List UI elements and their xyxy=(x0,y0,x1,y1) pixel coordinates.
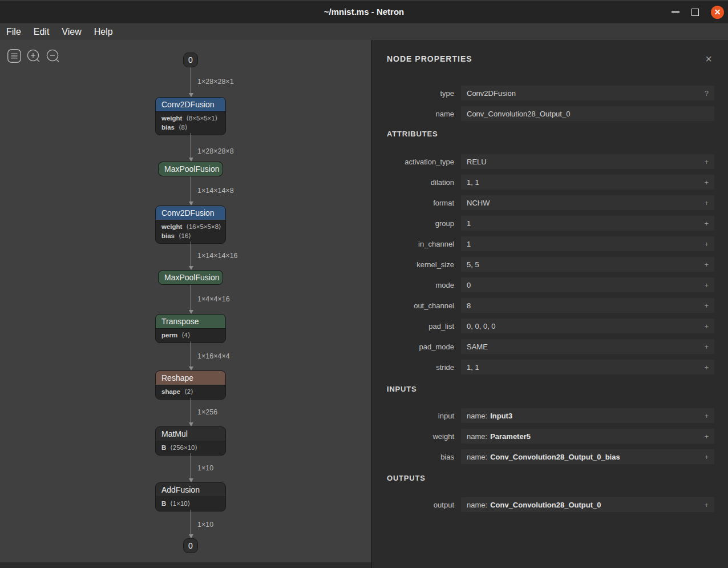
graph-node-matmul[interactable]: MatMul B⟨256×10⟩ xyxy=(155,426,226,456)
input-value-box[interactable]: name:Parameter5 + xyxy=(461,429,714,444)
arrowhead-icon xyxy=(189,158,193,162)
expand-plus-icon[interactable]: + xyxy=(704,178,709,187)
edge xyxy=(190,285,192,314)
expand-plus-icon[interactable]: + xyxy=(704,363,709,372)
zoom-in-icon[interactable] xyxy=(26,49,41,63)
node-body: weight⟨16×5×5×8⟩ bias⟨16⟩ xyxy=(156,220,225,243)
attribute-value-box[interactable]: NCHW + xyxy=(461,195,714,210)
attribute-value-box[interactable]: 8 + xyxy=(461,298,714,313)
arrowhead-icon xyxy=(189,266,193,270)
expand-plus-icon[interactable]: + xyxy=(704,301,709,310)
burger-menu-icon[interactable] xyxy=(7,49,22,63)
node-title: MatMul xyxy=(156,427,225,441)
graph-node-conv2dfusion-1[interactable]: Conv2DFusion weight⟨8×5×5×1⟩ bias⟨8⟩ xyxy=(155,97,226,135)
node-attr-row: weight⟨8×5×5×1⟩ xyxy=(161,114,220,123)
app-window: ~/mnist.ms - Netron ✕ File Edit View Hel… xyxy=(0,0,728,568)
graph-node-maxpoolfusion-2[interactable]: MaxPoolFusion xyxy=(158,270,223,285)
edge-label[interactable]: 1×4×4×16 xyxy=(197,295,230,303)
input-row-input: input name:Input3 + xyxy=(372,408,714,423)
attribute-row-stride: stride 1, 1 + xyxy=(372,360,714,374)
maximize-icon[interactable] xyxy=(691,9,699,16)
attribute-value-box[interactable]: 1, 1 + xyxy=(461,360,714,374)
graph-output-node[interactable]: 0 xyxy=(183,538,198,553)
input-value-box[interactable]: name:Conv_Convolution28_Output_0_bias + xyxy=(461,449,714,464)
expand-plus-icon[interactable]: + xyxy=(704,260,709,269)
node-title: Conv2DFusion xyxy=(156,206,225,220)
close-icon[interactable]: ✕ xyxy=(711,6,724,19)
expand-plus-icon[interactable]: + xyxy=(704,432,709,441)
help-icon[interactable]: ? xyxy=(705,89,709,98)
edge-label[interactable]: 1×256 xyxy=(197,408,217,416)
menu-bar: File Edit View Help xyxy=(0,23,728,40)
graph-toolbar xyxy=(7,49,60,63)
graph-node-addfusion[interactable]: AddFusion B⟨1×10⟩ xyxy=(155,482,226,511)
window-controls: ✕ xyxy=(672,1,724,23)
property-row-type: type Conv2DFusion ? xyxy=(372,86,714,100)
panel-close-icon[interactable]: × xyxy=(705,54,712,64)
attribute-value-box[interactable]: 1 + xyxy=(461,216,714,231)
menu-edit[interactable]: Edit xyxy=(27,27,56,37)
menu-help[interactable]: Help xyxy=(88,27,119,37)
name-value-box[interactable]: Conv_Convolution28_Output_0 xyxy=(461,106,714,121)
attribute-value-box[interactable]: RELU + xyxy=(461,154,714,169)
edge xyxy=(190,133,192,162)
edge-label[interactable]: 1×10 xyxy=(197,464,213,472)
expand-plus-icon[interactable]: + xyxy=(704,501,709,509)
edge-label[interactable]: 1×14×14×16 xyxy=(197,252,238,260)
menu-file[interactable]: File xyxy=(0,27,27,37)
attribute-row-in-channel: in_channel 1 + xyxy=(372,236,714,251)
expand-plus-icon[interactable]: + xyxy=(704,281,709,289)
attribute-value-box[interactable]: 1 + xyxy=(461,236,714,251)
attribute-value-box[interactable]: SAME + xyxy=(461,339,714,354)
outputs-heading: OUTPUTS xyxy=(387,474,728,483)
attribute-value-box[interactable]: 0, 0, 0, 0 + xyxy=(461,319,714,333)
expand-plus-icon[interactable]: + xyxy=(704,240,709,248)
expand-plus-icon[interactable]: + xyxy=(704,343,709,351)
graph-node-conv2dfusion-2[interactable]: Conv2DFusion weight⟨16×5×5×8⟩ bias⟨16⟩ xyxy=(155,206,226,244)
node-properties-panel: NODE PROPERTIES × type Conv2DFusion ? na… xyxy=(372,40,728,568)
zoom-out-icon[interactable] xyxy=(46,49,60,63)
attribute-row-group: group 1 + xyxy=(372,216,714,231)
edge-label[interactable]: 1×10 xyxy=(197,521,213,529)
graph-node-transpose[interactable]: Transpose perm⟨4⟩ xyxy=(155,314,226,343)
panel-header: NODE PROPERTIES × xyxy=(387,54,712,64)
node-title: Reshape xyxy=(156,371,225,385)
window-title: ~/mnist.ms - Netron xyxy=(324,7,404,17)
type-value-box[interactable]: Conv2DFusion ? xyxy=(461,86,714,100)
attribute-row-activation-type: activation_type RELU + xyxy=(372,154,714,169)
attribute-row-dilation: dilation 1, 1 + xyxy=(372,175,714,190)
edge xyxy=(190,176,192,206)
node-body: perm⟨4⟩ xyxy=(156,328,225,343)
inputs-heading: INPUTS xyxy=(387,385,728,394)
edge-label[interactable]: 1×14×14×8 xyxy=(197,187,234,195)
node-attr-row: B⟨256×10⟩ xyxy=(161,443,220,452)
edge xyxy=(190,453,192,482)
edge-label[interactable]: 1×28×28×8 xyxy=(197,147,234,155)
attribute-value-box[interactable]: 5, 5 + xyxy=(461,257,714,272)
graph-canvas[interactable]: 0 1×28×28×1 Conv2DFusion weight⟨8×5×5×1⟩… xyxy=(0,40,371,562)
attribute-value-box[interactable]: 1, 1 + xyxy=(461,175,714,190)
node-attr-row: shape⟨2⟩ xyxy=(161,387,220,396)
expand-plus-icon[interactable]: + xyxy=(704,412,709,420)
expand-plus-icon[interactable]: + xyxy=(704,199,709,207)
graph-input-node[interactable]: 0 xyxy=(183,53,198,67)
expand-plus-icon[interactable]: + xyxy=(704,322,709,331)
minimize-icon[interactable] xyxy=(672,11,680,13)
expand-plus-icon[interactable]: + xyxy=(704,219,709,228)
attribute-row-pad-list: pad_list 0, 0, 0, 0 + xyxy=(372,319,714,333)
attribute-value-box[interactable]: 0 + xyxy=(461,277,714,292)
node-attr-row: perm⟨4⟩ xyxy=(161,331,220,340)
edge-label[interactable]: 1×28×28×1 xyxy=(197,78,234,86)
expand-plus-icon[interactable]: + xyxy=(704,453,709,461)
graph-node-reshape[interactable]: Reshape shape⟨2⟩ xyxy=(155,370,226,400)
expand-plus-icon[interactable]: + xyxy=(704,158,709,166)
attribute-row-kernel-size: kernel_size 5, 5 + xyxy=(372,257,714,272)
menu-view[interactable]: View xyxy=(55,27,87,37)
node-title: Transpose xyxy=(156,315,225,328)
node-attr-row: B⟨1×10⟩ xyxy=(161,499,220,508)
input-value-box[interactable]: name:Input3 + xyxy=(461,408,714,423)
edge-label[interactable]: 1×16×4×4 xyxy=(197,352,230,360)
arrowhead-icon xyxy=(189,310,193,314)
graph-node-maxpoolfusion-1[interactable]: MaxPoolFusion xyxy=(158,162,223,176)
output-value-box[interactable]: name:Conv_Convolution28_Output_0 + xyxy=(461,497,714,512)
